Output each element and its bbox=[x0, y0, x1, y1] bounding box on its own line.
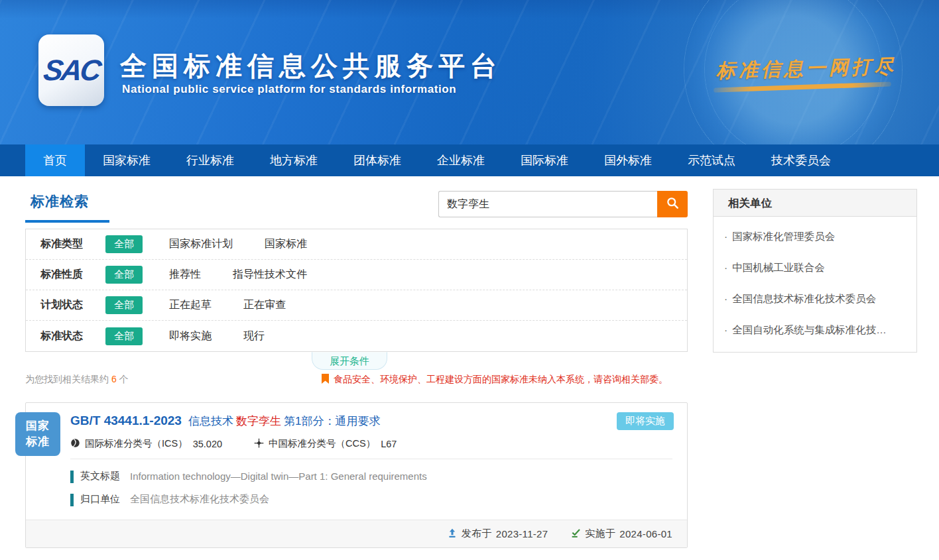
filter-label: 计划状态 bbox=[40, 298, 105, 312]
site-title: 全国标准信息公共服务平台 bbox=[120, 48, 502, 84]
nav-tab-1[interactable]: 首页 bbox=[25, 144, 85, 176]
nav-tab-7[interactable]: 国际标准 bbox=[503, 144, 586, 176]
filter-all-button[interactable]: 全部 bbox=[105, 327, 143, 345]
filter-option[interactable]: 国家标准 bbox=[265, 237, 307, 251]
nav-tab-2[interactable]: 国家标准 bbox=[85, 144, 168, 176]
info-label: 英文标题 bbox=[80, 470, 120, 482]
sac-logo[interactable]: SAC bbox=[38, 34, 104, 106]
main-nav: 首页国家标准行业标准地方标准团体标准企业标准国际标准国外标准示范试点技术委员会 bbox=[0, 144, 939, 176]
badge-line1: 国家 bbox=[26, 418, 50, 434]
related-units-list: 国家标准化管理委员会中国机械工业联合会全国信息技术标准化技术委员会全国自动化系统… bbox=[714, 217, 916, 352]
standard-code[interactable]: GB/T 43441.1-2023 bbox=[70, 414, 182, 427]
related-unit-link-2[interactable]: 中国机械工业联合会 bbox=[724, 252, 905, 283]
related-units-panel: 相关单位 国家标准化管理委员会中国机械工业联合会全国信息技术标准化技术委员会全国… bbox=[713, 189, 917, 353]
header-banner: SAC 全国标准信息公共服务平台 National public service… bbox=[0, 0, 939, 144]
nav-tabs: 首页国家标准行业标准地方标准团体标准企业标准国际标准国外标准示范试点技术委员会 bbox=[25, 144, 939, 176]
filter-label: 标准性质 bbox=[40, 268, 105, 282]
result-count: 为您找到相关结果约6个 bbox=[25, 374, 129, 386]
system-notice-text: 食品安全、环境保护、工程建设方面的国家标准未纳入本系统，请咨询相关部委。 bbox=[334, 374, 668, 384]
filter-option[interactable]: 指导性技术文件 bbox=[233, 268, 307, 282]
ics-label: 国际标准分类号（ICS） bbox=[85, 437, 188, 450]
result-count-number: 6 bbox=[109, 374, 119, 384]
ccs-label: 中国标准分类号（CCS） bbox=[269, 437, 375, 450]
card-info-rows: 英文标题Information technology—Digital twin—… bbox=[70, 470, 672, 506]
filter-row-1: 标准类型全部国家标准计划国家标准 bbox=[26, 229, 687, 260]
card-footer: 发布于 2023-11-27 实施于 2024-06-01 bbox=[26, 520, 687, 547]
nav-tab-10[interactable]: 技术委员会 bbox=[753, 144, 849, 176]
filter-label: 标准类型 bbox=[40, 237, 105, 251]
filter-option[interactable]: 即将实施 bbox=[169, 329, 212, 343]
banner-slogan: 标准信息一网打尽 bbox=[716, 53, 897, 84]
main-content: 标准检索 标准类型全部国家标准计划国家标准标准性质全部推荐性指导性技术文件计划状… bbox=[0, 176, 939, 560]
filter-all-button[interactable]: 全部 bbox=[105, 266, 143, 284]
filter-option[interactable]: 国家标准计划 bbox=[169, 237, 233, 251]
globe-icon bbox=[70, 438, 85, 450]
filter-option[interactable]: 现行 bbox=[243, 329, 265, 343]
filter-row-4: 标准状态全部即将实施现行 bbox=[26, 321, 687, 351]
filter-row-3: 计划状态全部正在起草正在审查 bbox=[26, 290, 687, 321]
sac-logo-text: SAC bbox=[41, 54, 101, 87]
implement-date: 2024-06-01 bbox=[619, 528, 672, 539]
ics-value: 35.020 bbox=[193, 439, 222, 449]
filter-box: 标准类型全部国家标准计划国家标准标准性质全部推荐性指导性技术文件计划状态全部正在… bbox=[25, 229, 688, 352]
nav-tab-9[interactable]: 示范试点 bbox=[670, 144, 753, 176]
result-card: 国家 标准 即将实施 GB/T 43441.1-2023信息技术数字孪生第1部分… bbox=[25, 402, 688, 548]
standard-title-part1[interactable]: 信息技术 bbox=[188, 415, 233, 427]
result-count-suffix: 个 bbox=[119, 374, 129, 384]
search-term-highlight[interactable]: 数字孪生 bbox=[236, 415, 281, 427]
standard-title-part2[interactable]: 第1部分：通用要求 bbox=[284, 415, 380, 427]
related-units-title: 相关单位 bbox=[714, 190, 916, 217]
magnifier-icon bbox=[666, 196, 680, 212]
classification-row: 国际标准分类号（ICS） 35.020 中国标准分类号（CCS） L67 bbox=[70, 437, 672, 450]
filter-option[interactable]: 推荐性 bbox=[169, 268, 201, 282]
card-divider bbox=[70, 459, 672, 459]
filter-option[interactable]: 正在审查 bbox=[243, 298, 286, 312]
nav-tab-4[interactable]: 地方标准 bbox=[252, 144, 336, 176]
search-bar bbox=[438, 191, 688, 217]
bookmark-icon bbox=[322, 374, 329, 384]
info-value: Information technology—Digital twin—Part… bbox=[130, 471, 427, 482]
filter-label: 标准状态 bbox=[40, 329, 105, 343]
nav-tab-8[interactable]: 国外标准 bbox=[586, 144, 670, 176]
ccs-value: L67 bbox=[381, 439, 397, 449]
standard-title-link[interactable]: GB/T 43441.1-2023信息技术数字孪生第1部分：通用要求 bbox=[70, 403, 672, 429]
results-info-row: 为您找到相关结果约6个 食品安全、环境保护、工程建设方面的国家标准未纳入本系统，… bbox=[25, 371, 688, 388]
site-subtitle: National public service platform for sta… bbox=[122, 83, 456, 96]
related-unit-link-3[interactable]: 全国信息技术标准化技术委员会 bbox=[724, 283, 905, 314]
related-unit-link-4[interactable]: 全国自动化系统与集成标准化技… bbox=[724, 314, 905, 345]
search-input[interactable] bbox=[438, 191, 657, 217]
info-label: 归口单位 bbox=[80, 493, 120, 506]
publish-label: 发布于 bbox=[462, 528, 492, 540]
filter-all-button[interactable]: 全部 bbox=[105, 235, 143, 253]
filter-all-button[interactable]: 全部 bbox=[105, 296, 143, 314]
compass-icon bbox=[254, 438, 269, 450]
implement-label: 实施于 bbox=[585, 528, 615, 540]
nav-tab-3[interactable]: 行业标准 bbox=[168, 144, 252, 176]
search-header: 标准检索 bbox=[25, 176, 688, 229]
related-unit-link-1[interactable]: 国家标准化管理委员会 bbox=[724, 221, 905, 252]
ccs-item: 中国标准分类号（CCS） L67 bbox=[254, 437, 397, 450]
filter-row-2: 标准性质全部推荐性指导性技术文件 bbox=[26, 260, 687, 290]
title-underline bbox=[25, 220, 109, 223]
ics-item: 国际标准分类号（ICS） 35.020 bbox=[70, 437, 222, 450]
info-value: 全国信息技术标准化技术委员会 bbox=[130, 493, 269, 506]
publish-date-item: 发布于 2023-11-27 bbox=[447, 528, 548, 540]
card-info-row-1: 英文标题Information technology—Digital twin—… bbox=[70, 470, 672, 482]
page-title: 标准检索 bbox=[31, 192, 89, 211]
publish-date: 2023-11-27 bbox=[496, 528, 548, 539]
check-icon bbox=[570, 528, 585, 540]
implement-date-item: 实施于 2024-06-01 bbox=[570, 528, 672, 540]
badge-line2: 标准 bbox=[26, 434, 50, 450]
search-button[interactable] bbox=[657, 191, 688, 217]
card-body: GB/T 43441.1-2023信息技术数字孪生第1部分：通用要求 国际标准分… bbox=[26, 403, 687, 506]
card-info-row-2: 归口单位全国信息技术标准化技术委员会 bbox=[70, 493, 672, 506]
system-notice: 食品安全、环境保护、工程建设方面的国家标准未纳入本系统，请咨询相关部委。 bbox=[322, 374, 668, 386]
expand-conditions-button[interactable]: 展开条件 bbox=[312, 352, 387, 370]
left-column: 标准检索 标准类型全部国家标准计划国家标准标准性质全部推荐性指导性技术文件计划状… bbox=[25, 176, 688, 560]
result-count-prefix: 为您找到相关结果约 bbox=[25, 374, 109, 384]
filter-option[interactable]: 正在起草 bbox=[169, 298, 212, 312]
standard-type-badge: 国家 标准 bbox=[15, 412, 60, 456]
upload-icon bbox=[447, 528, 462, 540]
nav-tab-5[interactable]: 团体标准 bbox=[336, 144, 419, 176]
nav-tab-6[interactable]: 企业标准 bbox=[419, 144, 503, 176]
